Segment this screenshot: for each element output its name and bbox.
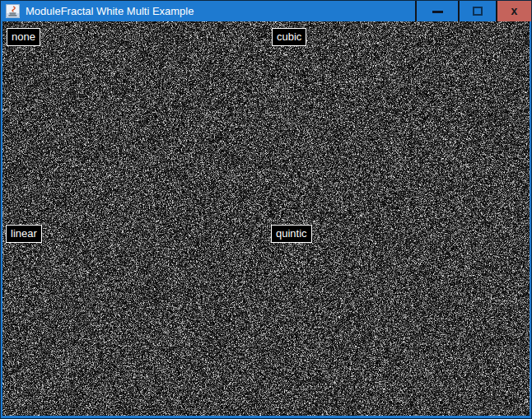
close-button[interactable]: x bbox=[496, 1, 531, 21]
maximize-square-icon bbox=[473, 7, 483, 16]
label-linear: linear bbox=[6, 225, 42, 243]
noise-viewport: none cubic linear quintic bbox=[2, 21, 530, 416]
minimize-button[interactable] bbox=[415, 1, 458, 21]
maximize-button[interactable] bbox=[458, 1, 496, 21]
noise-canvas bbox=[2, 21, 530, 416]
app-window: ModuleFractal White Multi Example x none… bbox=[0, 0, 532, 419]
label-quintic: quintic bbox=[271, 225, 312, 243]
minimize-dash-icon bbox=[432, 11, 443, 13]
window-controls: x bbox=[415, 1, 531, 21]
label-none: none bbox=[7, 28, 40, 46]
window-title: ModuleFractal White Multi Example bbox=[26, 1, 415, 21]
java-coffee-cup-icon bbox=[6, 4, 20, 18]
label-cubic: cubic bbox=[272, 28, 306, 46]
close-x-icon: x bbox=[511, 5, 518, 16]
titlebar[interactable]: ModuleFractal White Multi Example x bbox=[1, 1, 531, 21]
